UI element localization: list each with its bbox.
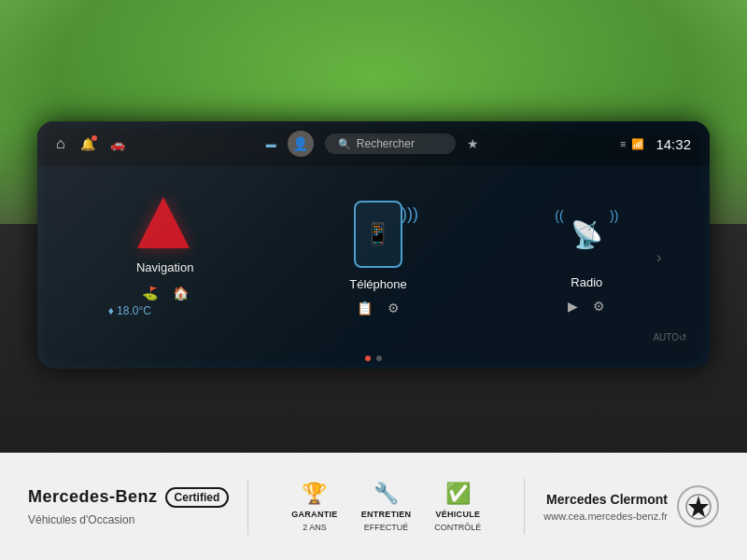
menu-tab-icon[interactable]: ▬ — [266, 138, 276, 149]
guarantee-icon-2: 🔧 — [374, 482, 399, 506]
flag-sub-icon[interactable]: ⛳ — [142, 286, 158, 301]
phone-settings-icon[interactable]: ⚙ — [388, 301, 400, 315]
status-icons: ≡ 📶 — [620, 138, 644, 150]
user-avatar[interactable]: 👤 — [288, 131, 314, 157]
divider-1 — [247, 479, 248, 535]
guarantees-block: 🏆 GARANTIE 2 ANS 🔧 ENTRETIEN EFFECTUÉ ✅ … — [267, 482, 505, 532]
main-content: Navigation ⛳ 🏠 ♦ 18.0°C 📱 ))) — [37, 166, 710, 348]
occasion-text: Véhicules d'Occasion — [28, 513, 134, 526]
car-icon[interactable]: 🚗 — [110, 137, 125, 151]
gear-icon[interactable]: ⚙ — [593, 299, 605, 314]
favorites-icon[interactable]: ★ — [467, 136, 479, 151]
telephone-label: Téléphone — [349, 277, 406, 291]
guarantee-icon-3: ✅ — [445, 482, 471, 506]
guarantee-item-3: ✅ VÉHICULE CONTRÔLÉ — [434, 482, 481, 532]
radio-wave-right: )) — [610, 208, 618, 223]
phone-contacts-icon[interactable]: 📋 — [357, 301, 373, 315]
notification-icon-group: 🔔 — [80, 137, 95, 151]
temperature-display: ♦ 18.0°C — [108, 304, 151, 317]
page-dot-1[interactable] — [365, 356, 371, 361]
radio-tower-icon: 📡 — [571, 219, 603, 250]
certified-badge: Certified — [165, 487, 230, 508]
guarantee-sublabel-1: 2 ANS — [303, 523, 327, 532]
top-bar: ⌂ 🔔 🚗 ▬ 👤 🔍 Rechercher — [37, 121, 710, 166]
notification-dot — [92, 135, 97, 141]
radio-wave-left: (( — [555, 208, 563, 223]
home-button[interactable]: ⌂ — [56, 135, 65, 152]
phone-sub-icons: 📋 ⚙ — [357, 301, 400, 315]
alert-icon[interactable]: 🔔 — [80, 137, 95, 151]
search-icon: 🔍 — [338, 138, 351, 150]
page-dots — [37, 348, 710, 369]
radio-section[interactable]: (( 📡 )) Radio ▶ ⚙ › — [530, 201, 642, 314]
nav-arrow-shape — [137, 197, 190, 248]
page-dot-2[interactable] — [376, 356, 382, 361]
bluetooth-waves-icon: ))) — [402, 204, 418, 224]
signal-icon: ≡ — [620, 138, 626, 149]
search-placeholder: Rechercher — [357, 137, 415, 150]
guarantee-label-3: VÉHICULE — [435, 510, 480, 519]
dealer-info: Mercedes Clermont www.cea.mercedes-benz.… — [543, 492, 668, 522]
guarantee-sublabel-2: EFFECTUÉ — [364, 523, 409, 532]
infotainment-screen: ⌂ 🔔 🚗 ▬ 👤 🔍 Rechercher — [37, 121, 710, 369]
mercedes-star-svg — [685, 494, 712, 520]
mb-logo-row: Mercedes-Benz Certified — [28, 487, 229, 508]
radio-label: Radio — [571, 275, 602, 289]
guarantee-item-1: 🏆 GARANTIE 2 ANS — [291, 482, 337, 532]
mb-star-logo — [677, 485, 719, 527]
svg-marker-1 — [688, 496, 709, 517]
telephone-section[interactable]: 📱 ))) Téléphone 📋 ⚙ — [322, 200, 434, 315]
nav-sub-icons: ⛳ 🏠 — [142, 286, 189, 301]
guarantee-label-2: ENTRETIEN — [361, 510, 412, 519]
home-sub-icon[interactable]: 🏠 — [173, 286, 189, 301]
auto-label: AUTO↺ — [653, 332, 686, 343]
top-bar-right: ≡ 📶 14:32 — [620, 136, 691, 152]
brand-name: Mercedes-Benz — [28, 487, 158, 507]
dealer-website: www.cea.mercedes-benz.fr — [543, 511, 668, 522]
network-icon: 📶 — [631, 138, 644, 150]
time-display: 14:32 — [655, 136, 691, 152]
mb-certified-block: Mercedes-Benz Certified Véhicules d'Occa… — [28, 487, 229, 526]
radio-sub-icons: ▶ ⚙ — [568, 299, 605, 314]
car-scene: ⌂ 🔔 🚗 ▬ 👤 🔍 Rechercher — [0, 0, 747, 560]
chevron-right-icon[interactable]: › — [656, 249, 661, 266]
nav-arrow-icon — [137, 197, 193, 253]
top-bar-center: ▬ 👤 🔍 Rechercher ★ — [266, 131, 479, 157]
radio-icon-container: (( 📡 )) — [549, 201, 624, 268]
top-bar-left: ⌂ 🔔 🚗 — [56, 135, 125, 152]
play-icon[interactable]: ▶ — [568, 299, 578, 314]
guarantee-item-2: 🔧 ENTRETIEN EFFECTUÉ — [361, 482, 412, 532]
guarantee-sublabel-3: CONTRÔLÉ — [434, 523, 481, 532]
dealer-section: Mercedes-Benz Certified Véhicules d'Occa… — [0, 453, 747, 560]
guarantee-label-1: GARANTIE — [291, 510, 337, 519]
phone-symbol: 📱 — [365, 222, 390, 246]
dealer-name: Mercedes Clermont — [546, 492, 668, 507]
guarantee-icon-1: 🏆 — [302, 482, 327, 506]
search-bar[interactable]: 🔍 Rechercher — [325, 133, 456, 154]
divider-2 — [524, 479, 525, 535]
phone-icon: 📱 — [354, 201, 402, 268]
navigation-section[interactable]: Navigation ⛳ 🏠 ♦ 18.0°C — [105, 197, 226, 317]
screen-inner: ⌂ 🔔 🚗 ▬ 👤 🔍 Rechercher — [37, 121, 710, 369]
dealer-right: Mercedes Clermont www.cea.mercedes-benz.… — [543, 485, 719, 527]
navigation-label: Navigation — [136, 260, 193, 274]
